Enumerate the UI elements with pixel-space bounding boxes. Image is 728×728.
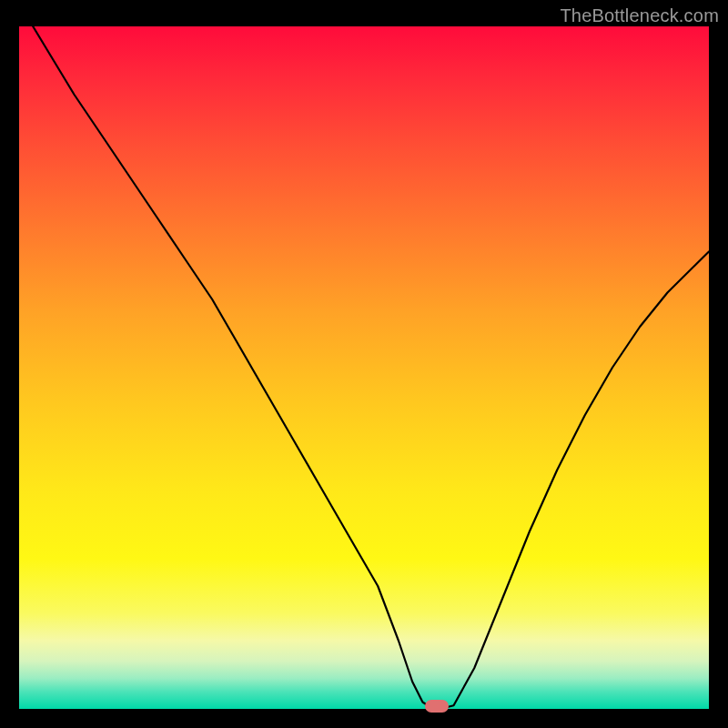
chart-frame: TheBottleneck.com bbox=[0, 0, 728, 728]
optimal-point-marker bbox=[425, 700, 449, 713]
plot-area bbox=[19, 26, 709, 709]
watermark-text: TheBottleneck.com bbox=[560, 5, 719, 26]
bottleneck-curve bbox=[19, 26, 709, 709]
